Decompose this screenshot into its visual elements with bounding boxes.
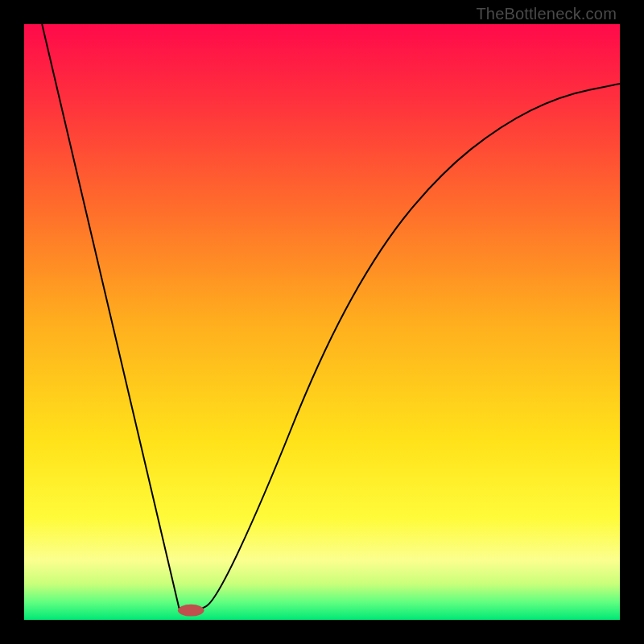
chart-frame: [24, 24, 620, 620]
watermark-text: TheBottleneck.com: [476, 5, 617, 23]
chart-svg: [24, 24, 620, 620]
minimum-marker: [178, 605, 204, 617]
bottleneck-curve: [42, 24, 620, 611]
